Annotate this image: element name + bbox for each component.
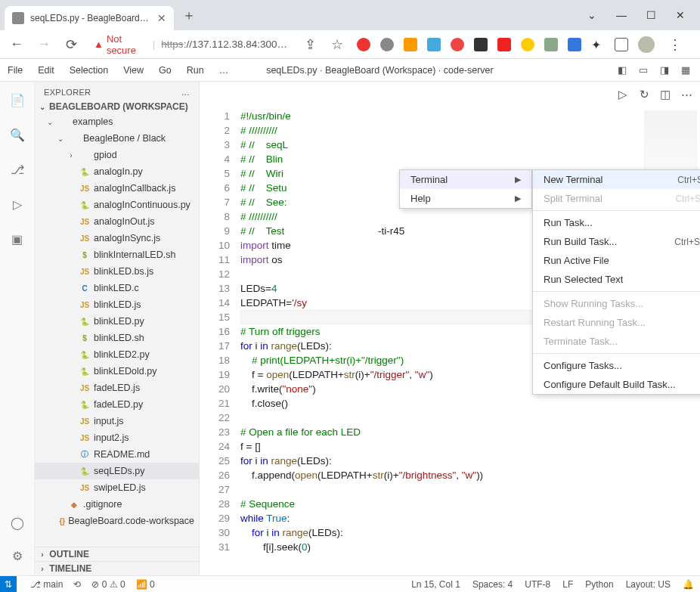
extensions-view-icon[interactable]: ▣: [8, 230, 26, 248]
browser-tab[interactable]: seqLEDs.py - BeagleBoard (Work… ✕: [5, 6, 174, 30]
tree-item[interactable]: JSanalogInCallback.js: [35, 180, 199, 197]
explorer-more-icon[interactable]: …: [181, 88, 190, 97]
tree-item[interactable]: ⌄examples: [35, 113, 199, 130]
menu-file[interactable]: File: [0, 59, 30, 81]
submenu-item[interactable]: Run Task...: [533, 213, 700, 232]
submenu-item[interactable]: New TerminalCtrl+Shift+`: [533, 170, 700, 189]
ext-icon-2[interactable]: [380, 38, 394, 51]
run-icon[interactable]: ▷: [612, 88, 633, 101]
tree-item[interactable]: CblinkLED.c: [35, 280, 199, 296]
tree-item[interactable]: 🐍blinkLEDold.py: [35, 363, 199, 380]
tree-item[interactable]: JSanalogInSync.js: [35, 230, 199, 246]
indent[interactable]: Spaces: 4: [472, 579, 513, 590]
bookmark-icon[interactable]: ☆: [327, 34, 348, 55]
extensions-icon[interactable]: ✦: [591, 38, 605, 51]
encoding[interactable]: UTF-8: [525, 579, 550, 590]
tree-item[interactable]: JSfadeLED.js: [35, 380, 199, 396]
outline-header[interactable]: › OUTLINE: [35, 547, 199, 561]
menu-run[interactable]: Run: [179, 59, 212, 81]
layout-sidebar-left-icon[interactable]: ◧: [615, 64, 629, 76]
tree-item[interactable]: 🐍analogIn.py: [35, 163, 199, 180]
tree-item[interactable]: JSanalogInOut.js: [35, 213, 199, 230]
tree-item[interactable]: JSinput2.js: [35, 429, 199, 446]
cursor-position[interactable]: Ln 15, Col 1: [411, 579, 460, 590]
menu-edit[interactable]: Edit: [30, 59, 62, 81]
notifications-icon[interactable]: 🔔: [683, 579, 694, 590]
git-branch[interactable]: ⎇ main: [30, 579, 63, 590]
tab-favicon: [12, 12, 24, 24]
tree-item[interactable]: 🐍analogInContinuous.py: [35, 197, 199, 213]
menu-go[interactable]: Go: [151, 59, 179, 81]
profile-avatar[interactable]: [638, 36, 655, 53]
tree-item[interactable]: 🐍fadeLED.py: [35, 396, 199, 413]
explorer-icon[interactable]: 📄: [8, 91, 26, 109]
timeline-header[interactable]: › TIMELINE: [35, 561, 199, 575]
tree-item[interactable]: 🐍seqLEDs.py: [35, 463, 199, 479]
ext-icon-1[interactable]: [357, 38, 370, 51]
reload-button[interactable]: ⟳: [60, 34, 82, 55]
minimize-icon[interactable]: —: [616, 9, 627, 21]
maximize-icon[interactable]: ☐: [646, 9, 656, 21]
search-icon[interactable]: 🔍: [8, 126, 26, 144]
account-icon[interactable]: ◯: [8, 513, 26, 532]
menu-item[interactable]: Help▶: [400, 189, 531, 208]
forward-button[interactable]: →: [33, 34, 54, 55]
problems[interactable]: ⊘ 0 ⚠ 0: [91, 579, 125, 590]
ext-icon-9[interactable]: [544, 38, 558, 51]
scm-icon[interactable]: ⎇: [8, 160, 26, 178]
ext-icon-5[interactable]: [451, 38, 464, 51]
layout[interactable]: Layout: US: [626, 579, 671, 590]
menu-view[interactable]: View: [116, 59, 151, 81]
ext-icon-4[interactable]: [427, 38, 441, 51]
menu-selection[interactable]: Selection: [62, 59, 116, 81]
apps-icon[interactable]: [615, 38, 628, 51]
tree-item[interactable]: ⓘREADME.md: [35, 446, 199, 463]
tree-item[interactable]: JSswipeLED.js: [35, 479, 199, 496]
tree-item[interactable]: {}BeagleBoard.code-workspace: [35, 513, 199, 529]
close-tab-icon[interactable]: ✕: [157, 12, 166, 24]
workspace-header[interactable]: ⌄BEAGLEBOARD (WORKSPACE): [35, 100, 199, 113]
language[interactable]: Python: [585, 579, 613, 590]
tree-item[interactable]: JSblinkLED.bs.js: [35, 263, 199, 280]
menu-…[interactable]: …: [212, 59, 237, 81]
remote-indicator[interactable]: ⇅: [0, 576, 17, 593]
settings-gear-icon[interactable]: ⚙: [8, 547, 26, 565]
url-box[interactable]: ▲ Not secure | https://137.112.38.84:300…: [88, 34, 293, 55]
submenu-item[interactable]: Run Selected Text: [533, 270, 700, 289]
ext-icon-7[interactable]: [497, 38, 511, 51]
sync-icon[interactable]: ⟲: [73, 579, 81, 590]
split-editor-icon[interactable]: ◫: [655, 88, 676, 101]
ext-icon-8[interactable]: [521, 38, 534, 51]
ext-icon-6[interactable]: [474, 38, 488, 51]
tree-item[interactable]: ⌄BeagleBone / Black: [35, 130, 199, 147]
tree-item[interactable]: 🐍blinkLED.py: [35, 313, 199, 330]
tree-item[interactable]: 🐍blinkLED2.py: [35, 346, 199, 363]
back-button[interactable]: ←: [6, 34, 27, 55]
layout-sidebar-right-icon[interactable]: ◨: [658, 64, 671, 76]
dropdown-icon[interactable]: ⌄: [587, 9, 596, 21]
tree-item[interactable]: ◆.gitignore: [35, 496, 199, 513]
radio-icon[interactable]: 📶 0: [136, 579, 155, 590]
tree-item[interactable]: ›gpiod: [35, 147, 199, 163]
new-tab-button[interactable]: ＋: [178, 6, 200, 24]
submenu-item[interactable]: Configure Tasks...: [533, 356, 700, 375]
share-icon[interactable]: ⇪: [299, 34, 321, 55]
tree-item[interactable]: $blinkLED.sh: [35, 330, 199, 346]
run-history-icon[interactable]: ↻: [633, 88, 655, 101]
menu-item[interactable]: Terminal▶: [400, 170, 531, 189]
editor-more-icon[interactable]: ⋯: [676, 88, 697, 101]
tree-item[interactable]: JSblinkLED.js: [35, 296, 199, 313]
eol[interactable]: LF: [562, 579, 573, 590]
ext-icon-3[interactable]: [404, 38, 417, 51]
layout-customize-icon[interactable]: ▦: [679, 64, 692, 76]
run-debug-icon[interactable]: ▷: [8, 195, 26, 213]
close-window-icon[interactable]: ✕: [676, 9, 685, 21]
submenu-item[interactable]: Configure Default Build Task...: [533, 375, 700, 394]
chrome-menu-icon[interactable]: ⋮: [664, 34, 686, 55]
layout-panel-icon[interactable]: ▭: [637, 64, 650, 76]
ext-icon-10[interactable]: [568, 38, 581, 51]
submenu-item[interactable]: Run Active File: [533, 251, 700, 270]
submenu-item[interactable]: Run Build Task...Ctrl+Shift+B: [533, 232, 700, 251]
tree-item[interactable]: $blinkInternalLED.sh: [35, 246, 199, 263]
tree-item[interactable]: JSinput.js: [35, 413, 199, 429]
